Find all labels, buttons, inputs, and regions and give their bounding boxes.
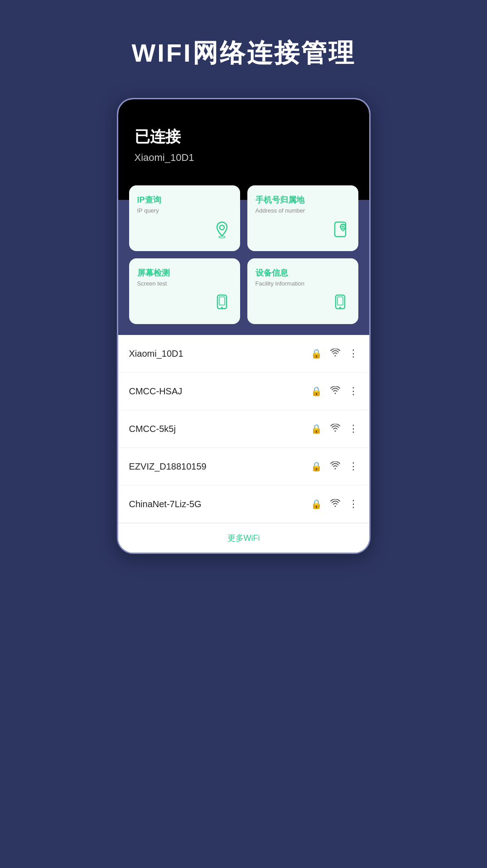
card-phone-location-title-en: Address of number <box>256 207 350 214</box>
svg-rect-9 <box>338 297 343 305</box>
lock-icon-4: 🔒 <box>311 499 322 509</box>
connected-label: 已连接 <box>135 126 353 147</box>
wifi-icons-1: 🔒 ⋮ <box>311 385 358 397</box>
card-phone-location-title-zh: 手机号归属地 <box>256 194 350 205</box>
wifi-icons-4: 🔒 ⋮ <box>311 498 358 510</box>
more-icon-2[interactable]: ⋮ <box>348 423 358 435</box>
card-screen-test[interactable]: 屏幕检测 Screen test <box>129 258 240 324</box>
wifi-list: Xiaomi_10D1 🔒 ⋮ CMCC-HSAJ 🔒 <box>118 335 369 553</box>
wifi-name-4: ChinaNet-7Liz-5G <box>129 499 311 509</box>
lock-icon-2: 🔒 <box>311 423 322 434</box>
svg-point-4 <box>342 226 344 228</box>
connected-ssid: Xiaomi_10D1 <box>135 152 353 164</box>
more-wifi-footer[interactable]: 更多WiFi <box>118 523 369 553</box>
card-ip-query-title-en: IP query <box>137 207 232 214</box>
more-icon-1[interactable]: ⋮ <box>348 385 358 397</box>
wifi-name-2: CMCC-5k5j <box>129 424 311 434</box>
wifi-item-0[interactable]: Xiaomi_10D1 🔒 ⋮ <box>118 335 369 373</box>
card-device-info-title-zh: 设备信息 <box>256 267 350 278</box>
wifi-signal-icon-0 <box>330 349 340 359</box>
phone-location-icon <box>330 219 350 242</box>
lock-icon-0: 🔒 <box>311 348 322 359</box>
more-icon-3[interactable]: ⋮ <box>348 461 358 472</box>
card-device-info-title-en: Facility information <box>256 280 350 287</box>
wifi-icons-3: 🔒 ⋮ <box>311 461 358 472</box>
wifi-signal-icon-2 <box>330 424 340 434</box>
wifi-signal-icon-4 <box>330 499 340 509</box>
card-phone-location[interactable]: 手机号归属地 Address of number <box>247 185 358 251</box>
lock-icon-3: 🔒 <box>311 461 322 472</box>
phone-frame: 已连接 Xiaomi_10D1 IP查询 IP query 手机号归属地 Add… <box>117 98 371 554</box>
page-title: WIFI网络连接管理 <box>131 36 355 71</box>
wifi-item-2[interactable]: CMCC-5k5j 🔒 ⋮ <box>118 410 369 448</box>
more-icon-4[interactable]: ⋮ <box>348 498 358 510</box>
svg-rect-6 <box>219 297 225 305</box>
screen-icon <box>212 292 232 315</box>
card-screen-test-title-zh: 屏幕检测 <box>137 267 232 278</box>
wifi-item-3[interactable]: EZVIZ_D18810159 🔒 ⋮ <box>118 448 369 485</box>
more-icon-0[interactable]: ⋮ <box>348 348 358 359</box>
feature-cards-grid: IP查询 IP query 手机号归属地 Address of number <box>118 200 369 335</box>
device-icon <box>330 292 350 315</box>
card-device-info[interactable]: 设备信息 Facility information <box>247 258 358 324</box>
card-screen-test-title-en: Screen test <box>137 280 232 287</box>
wifi-icons-0: 🔒 ⋮ <box>311 348 358 359</box>
more-wifi-label: 更多WiFi <box>227 533 260 543</box>
wifi-name-1: CMCC-HSAJ <box>129 386 311 397</box>
wifi-item-1[interactable]: CMCC-HSAJ 🔒 ⋮ <box>118 373 369 410</box>
wifi-item-4[interactable]: ChinaNet-7Liz-5G 🔒 ⋮ <box>118 485 369 523</box>
connected-banner: 已连接 Xiaomi_10D1 <box>118 99 369 200</box>
wifi-signal-icon-1 <box>330 386 340 397</box>
wifi-name-0: Xiaomi_10D1 <box>129 349 311 359</box>
lock-icon-1: 🔒 <box>311 386 322 397</box>
svg-rect-10 <box>339 307 341 308</box>
wifi-name-3: EZVIZ_D18810159 <box>129 461 311 472</box>
svg-point-1 <box>219 236 225 238</box>
wifi-signal-icon-3 <box>330 461 340 472</box>
location-icon <box>212 219 232 242</box>
wifi-icons-2: 🔒 ⋮ <box>311 423 358 435</box>
svg-point-0 <box>220 225 224 230</box>
svg-rect-7 <box>221 307 223 308</box>
card-ip-query-title-zh: IP查询 <box>137 194 232 205</box>
card-ip-query[interactable]: IP查询 IP query <box>129 185 240 251</box>
